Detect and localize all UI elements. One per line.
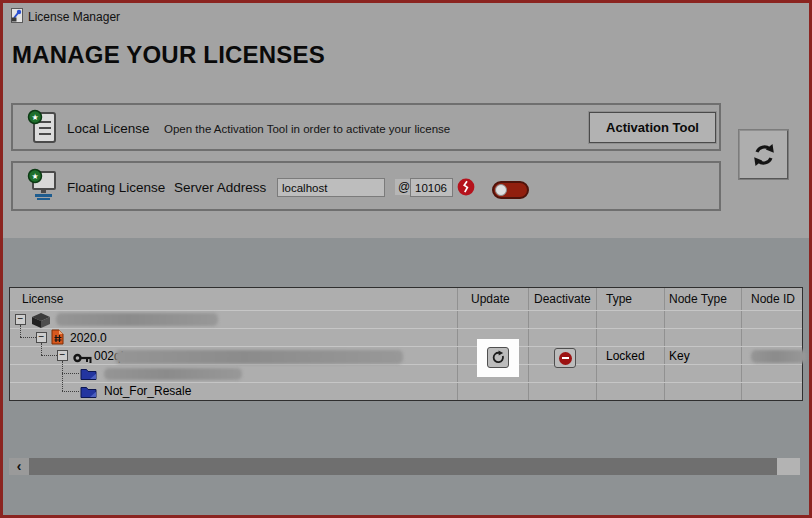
table-gridline (10, 310, 802, 311)
floating-license-toggle[interactable] (492, 181, 529, 199)
scrollbar-thumb[interactable] (29, 458, 777, 475)
redacted-key-details (115, 350, 403, 364)
tree-connector (41, 343, 42, 355)
svg-text:★: ★ (31, 113, 38, 122)
table-gridline (10, 382, 802, 383)
table-gridline (10, 328, 802, 329)
app-icon (9, 8, 25, 24)
expand-toggle-version[interactable]: − (36, 332, 47, 343)
table-gridline (10, 364, 802, 365)
key-node-type-value: Key (669, 349, 690, 363)
disconnected-status-icon (457, 178, 475, 196)
floating-license-label: Floating License (67, 180, 165, 195)
tree-connector (20, 337, 36, 338)
table-gridline (596, 288, 597, 400)
tree-connector (62, 391, 79, 392)
table-gridline (10, 346, 802, 347)
local-license-description: Open the Activation Tool in order to act… (164, 123, 450, 135)
tree-connector (62, 373, 79, 374)
tree-connector (41, 355, 57, 356)
feature-label: Not_For_Resale (104, 384, 191, 398)
update-button[interactable] (487, 347, 509, 368)
table-gridline (528, 288, 529, 400)
page-title: MANAGE YOUR LICENSES (12, 41, 325, 69)
scroll-left-button[interactable]: ‹ (9, 458, 29, 475)
column-header-license[interactable]: License (22, 292, 63, 306)
local-license-section: ★ Local License Open the Activation Tool… (11, 103, 721, 151)
local-license-label: Local License (67, 121, 150, 136)
redacted-node-id (751, 350, 806, 363)
license-manager-window: License Manager MANAGE YOUR LICENSES ★ L… (0, 0, 812, 518)
table-gridline (741, 288, 742, 400)
redacted-feature-name (104, 368, 242, 380)
server-host-input[interactable] (277, 178, 385, 197)
version-label: 2020.0 (70, 331, 107, 345)
window-title: License Manager (28, 10, 120, 24)
key-type-value: Locked (606, 349, 645, 363)
redacted-product-name (56, 313, 218, 326)
refresh-icon (751, 142, 777, 168)
folder-icon (80, 367, 97, 380)
version-file-icon (51, 329, 64, 345)
activation-tool-button[interactable]: Activation Tool (589, 112, 716, 143)
key-icon (73, 352, 93, 364)
product-logo-icon (30, 312, 52, 329)
toggle-knob (495, 184, 507, 196)
column-header-node-type[interactable]: Node Type (669, 292, 727, 306)
deactivate-button[interactable] (554, 348, 576, 368)
table-gridline (457, 288, 458, 400)
column-header-deactivate[interactable]: Deactivate (534, 292, 591, 306)
deactivate-icon (559, 352, 572, 365)
license-table: License Update Deactivate Type Node Type… (9, 287, 803, 401)
folder-icon (80, 385, 97, 398)
expand-toggle-product[interactable]: − (15, 314, 26, 325)
local-license-icon: ★ (27, 109, 59, 147)
horizontal-scrollbar[interactable]: ‹ (9, 458, 800, 475)
column-header-node-id[interactable]: Node ID (751, 292, 795, 306)
server-port-input[interactable] (410, 178, 453, 197)
refresh-button[interactable] (739, 130, 788, 179)
expand-toggle-key[interactable]: − (57, 350, 68, 361)
svg-text:★: ★ (31, 172, 38, 181)
update-icon (491, 350, 506, 365)
floating-license-icon: ★ (27, 167, 59, 207)
table-gridline (664, 288, 665, 400)
tree-connector (62, 361, 63, 391)
server-address-label: Server Address (174, 180, 266, 195)
column-header-update[interactable]: Update (471, 292, 510, 306)
column-header-type[interactable]: Type (606, 292, 632, 306)
tree-connector (20, 325, 21, 337)
floating-license-section: ★ Floating License Server Address @ (11, 161, 721, 211)
